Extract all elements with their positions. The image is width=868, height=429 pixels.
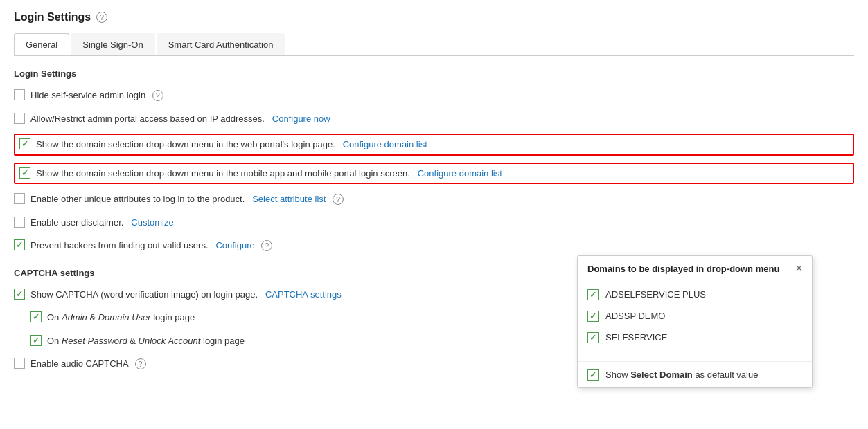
checkbox-captcha-admin[interactable]: ✓	[30, 311, 42, 322]
main-content: Login Settings Hide self-service admin l…	[14, 69, 854, 372]
link-select-attribute[interactable]: Select attribute list	[252, 194, 326, 204]
link-configure-domain-web[interactable]: Configure domain list	[343, 139, 427, 149]
help-icon-audio-captcha[interactable]: ?	[135, 358, 146, 369]
checkbox-show-select-domain[interactable]: ✓	[587, 369, 599, 381]
label-domain-web: Show the domain selection drop-down menu…	[36, 139, 335, 149]
label-domain-mobile: Show the domain selection drop-down menu…	[36, 168, 410, 179]
label-captcha-show: Show CAPTCHA (word verification image) o…	[30, 289, 258, 300]
popup-item-adselfservice: ✓ ADSELFSERVICE PLUS	[587, 289, 802, 300]
label-adselfservice: ADSELFSERVICE PLUS	[605, 289, 706, 300]
setting-row-prevent-hackers: ✓ Prevent hackers from finding out valid…	[14, 237, 854, 254]
checkbox-prevent-hackers[interactable]: ✓	[14, 239, 25, 250]
checkmark-captcha-show: ✓	[16, 289, 23, 299]
help-icon-prevent-hackers[interactable]: ?	[261, 240, 272, 251]
tab-general[interactable]: General	[14, 33, 69, 55]
checkbox-captcha-show[interactable]: ✓	[14, 289, 25, 300]
link-captcha-settings[interactable]: CAPTCHA settings	[265, 289, 342, 300]
domain-dropdown-popup: Domains to be displayed in drop-down men…	[577, 255, 813, 388]
setting-row-hide-admin: Hide self-service admin login ?	[14, 87, 854, 104]
setting-row-allow-restrict: Allow/Restrict admin portal access based…	[14, 111, 854, 127]
close-popup-button[interactable]: ×	[796, 263, 802, 274]
page-title: Login Settings	[14, 11, 91, 24]
popup-footer-label: Show Select Domain as default value	[605, 369, 758, 380]
checkbox-adselfservice[interactable]: ✓	[587, 289, 599, 300]
link-configure-domain-mobile[interactable]: Configure domain list	[418, 168, 502, 179]
label-prevent-hackers: Prevent hackers from finding out valid u…	[30, 240, 209, 250]
checkmark-captcha-admin: ✓	[33, 312, 39, 322]
checkbox-captcha-reset[interactable]: ✓	[30, 335, 42, 346]
label-selfservice: SELFSERVICE	[605, 332, 667, 343]
popup-header: Domains to be displayed in drop-down men…	[578, 256, 812, 280]
popup-title: Domains to be displayed in drop-down men…	[587, 264, 779, 274]
checkmark-captcha-reset: ✓	[33, 336, 39, 345]
checkbox-hide-admin[interactable]	[14, 89, 25, 100]
label-disclaimer: Enable user disclaimer.	[30, 217, 123, 228]
checkbox-domain-mobile[interactable]: ✓	[19, 167, 30, 179]
checkmark-selfservice: ✓	[590, 333, 596, 343]
help-icon-hide-admin[interactable]: ?	[152, 90, 163, 101]
tab-bar: General Single Sign-On Smart Card Authen…	[14, 33, 854, 56]
popup-item-selfservice: ✓ SELFSERVICE	[587, 331, 802, 343]
checkbox-allow-restrict[interactable]	[14, 113, 25, 124]
checkmark-show-select-domain: ✓	[590, 370, 596, 380]
link-configure-hackers[interactable]: Configure	[215, 240, 254, 250]
checkbox-unique-attr[interactable]	[14, 193, 25, 204]
checkbox-domain-web[interactable]: ✓	[19, 138, 30, 149]
checkmark-adselfservice: ✓	[590, 290, 596, 300]
label-allow-restrict: Allow/Restrict admin portal access based…	[30, 113, 265, 124]
setting-row-disclaimer: Enable user disclaimer. Customize	[14, 214, 854, 231]
label-hide-admin: Hide self-service admin login	[30, 90, 145, 100]
setting-row-domain-mobile: ✓ Show the domain selection drop-down me…	[14, 163, 854, 185]
page-help-icon[interactable]: ?	[96, 12, 107, 23]
checkbox-selfservice[interactable]: ✓	[587, 332, 599, 343]
checkbox-adssp-demo[interactable]: ✓	[587, 311, 599, 322]
link-customize[interactable]: Customize	[131, 217, 173, 228]
checkbox-audio-captcha[interactable]	[14, 358, 25, 369]
setting-row-unique-attr: Enable other unique attributes to log in…	[14, 191, 854, 208]
help-icon-unique-attr[interactable]: ?	[333, 194, 344, 205]
popup-body: ✓ ADSELFSERVICE PLUS ✓ ADSSP DEMO ✓ SELF…	[578, 280, 812, 361]
checkbox-disclaimer[interactable]	[14, 217, 25, 228]
popup-footer: ✓ Show Select Domain as default value	[578, 361, 812, 387]
label-audio-captcha: Enable audio CAPTCHA	[30, 358, 128, 369]
login-settings-title: Login Settings	[14, 69, 854, 79]
popup-footer-bold: Select Domain	[630, 369, 693, 380]
checkmark-prevent-hackers: ✓	[16, 240, 23, 250]
label-adssp-demo: ADSSP DEMO	[605, 311, 665, 321]
setting-row-domain-web: ✓ Show the domain selection drop-down me…	[14, 134, 854, 156]
label-captcha-reset: On Reset Password & Unlock Account login…	[47, 336, 245, 346]
label-unique-attr: Enable other unique attributes to log in…	[30, 194, 245, 204]
link-configure-now[interactable]: Configure now	[272, 113, 330, 124]
login-settings-section: Login Settings Hide self-service admin l…	[14, 69, 854, 254]
label-captcha-admin: On Admin & Domain User login page	[47, 312, 195, 322]
checkmark-domain-mobile: ✓	[21, 168, 28, 178]
tab-sso[interactable]: Single Sign-On	[71, 33, 154, 55]
popup-item-adssp-demo: ✓ ADSSP DEMO	[587, 310, 802, 322]
checkmark-domain-web: ✓	[21, 139, 28, 149]
checkmark-adssp-demo: ✓	[590, 311, 596, 321]
tab-smartcard[interactable]: Smart Card Authentication	[157, 33, 285, 55]
